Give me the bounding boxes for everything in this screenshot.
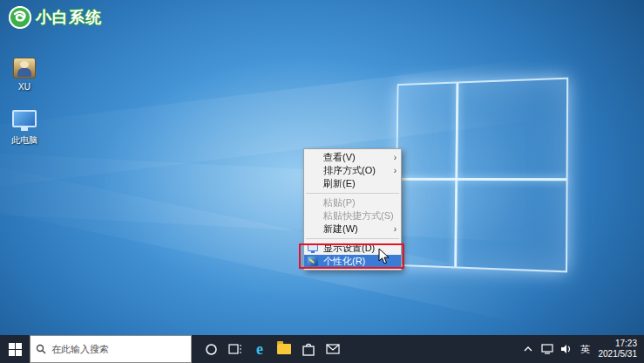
menu-item-refresh[interactable]: 刷新(E) [304, 177, 401, 190]
input-language-indicator[interactable]: 英 [576, 343, 595, 356]
search-icon [36, 344, 46, 354]
submenu-arrow-icon: › [394, 164, 397, 177]
desktop-icon-this-pc[interactable]: 此电脑 [2, 110, 47, 147]
menu-item-sort-by[interactable]: 排序方式(O) › [304, 164, 401, 177]
menu-item-label: 粘贴(P) [323, 197, 356, 208]
menu-item-paste: 粘贴(P) [304, 196, 401, 209]
user-folder-icon [13, 58, 36, 79]
chevron-up-icon [524, 346, 532, 352]
network-button[interactable] [538, 335, 557, 363]
mail-button[interactable] [321, 335, 345, 363]
taskbar-clock[interactable]: 17:23 2021/5/31 [595, 339, 644, 360]
menu-item-paste-shortcut: 粘贴快捷方式(S) [304, 209, 401, 223]
edge-icon: e [256, 340, 263, 359]
desktop-icon-user-folder[interactable]: XU [2, 58, 47, 92]
menu-item-label: 查看(V) [323, 152, 356, 162]
desktop-icon-label: XU [2, 82, 47, 92]
cortana-icon [205, 343, 218, 356]
menu-item-new[interactable]: 新建(W) › [304, 223, 401, 236]
display-settings-icon [308, 243, 318, 251]
menu-separator [306, 238, 399, 239]
file-explorer-button[interactable] [272, 335, 296, 363]
desktop-icon-label: 此电脑 [2, 134, 47, 147]
menu-item-label: 粘贴快捷方式(S) [323, 210, 394, 221]
tray-expand-button[interactable] [519, 335, 538, 363]
volume-button[interactable] [557, 335, 576, 363]
submenu-arrow-icon: › [394, 151, 397, 164]
network-icon [541, 344, 553, 354]
menu-item-personalize[interactable]: 个性化(R) [304, 255, 401, 268]
menu-item-label: 新建(W) [323, 223, 358, 234]
taskbar: e [0, 335, 644, 363]
speaker-icon [560, 344, 573, 354]
brand-logo-text: 小白系统 [36, 7, 102, 28]
menu-item-label: 刷新(E) [323, 178, 356, 188]
menu-item-label: 排序方式(O) [323, 165, 376, 175]
clock-date: 2021/5/31 [599, 349, 638, 360]
personalize-icon [308, 257, 318, 266]
start-button[interactable] [0, 335, 30, 363]
brand-logo: 小白系统 [9, 6, 102, 29]
task-view-icon [228, 343, 242, 355]
menu-item-display-settings[interactable]: 显示设置(D) [304, 242, 401, 255]
menu-separator [306, 193, 399, 194]
folder-icon [277, 344, 291, 354]
submenu-arrow-icon: › [394, 223, 397, 236]
windows-start-icon [9, 343, 22, 356]
edge-button[interactable]: e [247, 335, 272, 363]
mail-icon [326, 344, 340, 354]
store-button[interactable] [296, 335, 321, 363]
brand-logo-icon [9, 6, 31, 29]
store-bag-icon [302, 343, 315, 356]
desktop-context-menu: 查看(V) › 排序方式(O) › 刷新(E) 粘贴(P) 粘贴快捷方式(S) … [303, 148, 402, 271]
menu-item-label: 个性化(R) [323, 256, 365, 266]
desktop[interactable]: 小白系统 XU 此电脑 查看(V) › 排序方式(O) › 刷新(E) 粘贴(P… [0, 0, 644, 363]
menu-item-label: 显示设置(D) [323, 243, 375, 253]
this-pc-icon [12, 110, 37, 127]
cortana-button[interactable] [199, 335, 223, 363]
task-view-button[interactable] [223, 335, 247, 363]
menu-item-view[interactable]: 查看(V) › [304, 151, 401, 164]
windows-logo-wallpaper [395, 78, 568, 273]
search-input[interactable] [51, 344, 173, 354]
clock-time: 17:23 [599, 339, 638, 350]
taskbar-search-box[interactable] [30, 335, 192, 363]
